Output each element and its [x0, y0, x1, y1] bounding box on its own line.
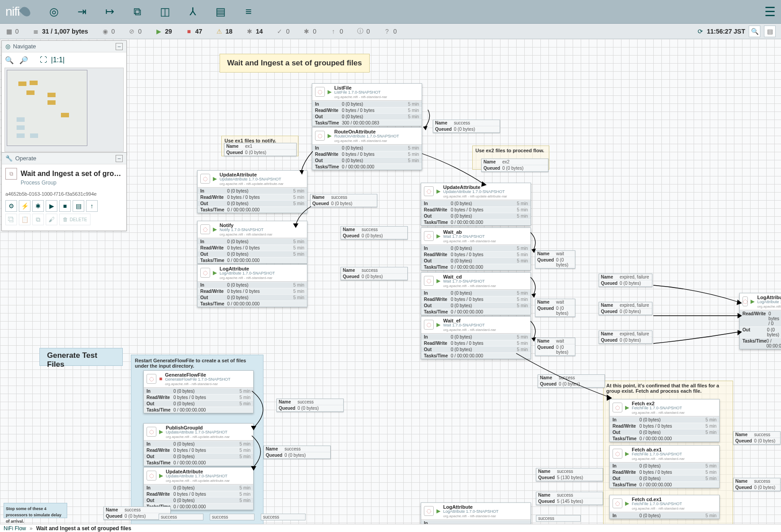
add-processor-icon[interactable]: ◎ — [47, 5, 61, 18]
processor-logattribute-3[interactable]: ◌▶LogAttributeLogAttribute 1.7.0-SNAPSHO… — [421, 502, 531, 524]
threads-icon: ▦ — [5, 28, 13, 35]
processor-wait-cd[interactable]: ◌▶Wait_cdWait 1.7.0-SNAPSHOTorg.apache.n… — [421, 272, 531, 315]
processor-wait-ef[interactable]: ◌▶Wait_efWait 1.7.0-SNAPSHOTorg.apache.n… — [421, 316, 531, 359]
label-generate-test-files[interactable]: Generate Test Files — [39, 348, 123, 366]
configure-button[interactable]: ⚙ — [5, 200, 17, 212]
conn-waitab-self[interactable]: NamewaitQueued0 (0 bytes) — [535, 250, 575, 269]
transmitting-icon: ◉ — [102, 28, 109, 35]
conn-fetchex2-succ[interactable]: NamesuccessQueued0 (0 bytes) — [733, 431, 781, 445]
status-transmitting: ◉0 — [102, 28, 115, 35]
processor-logattribute-1[interactable]: ◌▶LogAttributeLogAttribute 1.7.0-SNAPSHO… — [197, 264, 307, 307]
conn-fetch-succ3[interactable]: success — [536, 515, 581, 522]
label-stop-some[interactable]: Stop some of these 4 processors to simul… — [4, 503, 67, 518]
conn-fetchab-succ[interactable]: NamesuccessQueued0 (0 bytes) — [733, 478, 781, 491]
queue-icon: ≣ — [32, 28, 39, 35]
disabled-icon: ✱ — [246, 28, 253, 35]
add-remote-group-icon[interactable]: ◫ — [159, 5, 172, 18]
disable-button[interactable]: ✱ — [32, 200, 44, 212]
conn-listfile-route[interactable]: NamesuccessQueued0 (0 bytes) — [433, 120, 500, 133]
processor-notify[interactable]: ◌▶NotifyNotify 1.7.0-SNAPSHOTorg.apache.… — [197, 221, 307, 264]
logo-text: nifi — [5, 4, 20, 19]
color-button: 🖌 — [46, 214, 57, 225]
wrench-icon: 🔧 — [5, 155, 13, 162]
breadcrumb-root[interactable]: NiFi Flow — [4, 525, 26, 532]
status-disabled: ✱14 — [246, 28, 263, 35]
enable-button[interactable]: ⚡ — [19, 200, 30, 212]
copy-button: ⿻ — [5, 214, 17, 225]
status-stopped: ■47 — [186, 28, 203, 35]
conn-waitcd-exp[interactable]: Nameexpired, failureQueued0 (0 bytes) — [599, 302, 652, 315]
stop-button[interactable]: ■ — [59, 200, 71, 212]
status-threads: ▦0 — [5, 28, 19, 35]
flow-canvas[interactable]: ◎ Navigate – 🔍 🔎 ⛶ |1:1| — [0, 39, 781, 524]
processor-publishgroupid[interactable]: ◌▶PublishGroupIdUpdateAttribute 1.7.0-SN… — [143, 423, 254, 466]
processor-fetch-cd[interactable]: ◌▶Fetch cd.ex1FetchFile 1.7.0-SNAPSHOTor… — [609, 495, 720, 519]
zoom-out-button[interactable]: 🔎 — [19, 55, 29, 65]
operate-group-type: Process Group — [21, 180, 123, 186]
navigate-collapse-button[interactable]: – — [116, 43, 123, 50]
processor-updateattribute-2[interactable]: ◌▶UpdateAttributeUpdateAttribute 1.7.0-S… — [421, 183, 531, 226]
operate-uuid: a4652b5b-0163-1000-f716-f3a5631c994e — [5, 191, 123, 197]
uptodate-icon: ✓ — [276, 28, 283, 35]
processor-updateattribute-3[interactable]: ◌▶UpdateAttributeUpdateAttribute 1.7.0-S… — [143, 467, 254, 510]
component-toolbar: ◎ ⇥ ↦ ⧉ ◫ ⅄ ▤ ≡ — [47, 5, 255, 18]
add-process-group-icon[interactable]: ⧉ — [131, 5, 144, 18]
processor-wait-ab[interactable]: ◌▶Wait_abWait 1.7.0-SNAPSHOTorg.apache.n… — [421, 227, 531, 270]
birdseye-map[interactable] — [4, 68, 124, 152]
running-icon: ▶ — [155, 28, 162, 35]
status-bar: ▦0 ≣31 / 1,007 bytes ◉0 ⊘0 ▶29 ■47 ⚠18 ✱… — [0, 24, 781, 39]
conn-notify-index[interactable]: NamesuccessQueued0 (0 bytes) — [341, 226, 408, 240]
nifi-drop-icon — [19, 5, 32, 18]
nifi-logo: nifi — [5, 4, 30, 19]
conn-succ3[interactable]: success — [210, 514, 255, 520]
processor-updateattribute-1[interactable]: ◌▶UpdateAttributeUpdateAttribute 1.7.0-S… — [197, 170, 307, 213]
label-restart-gen: Restart GenerateFlowFile to create a set… — [131, 355, 263, 371]
add-output-port-icon[interactable]: ↦ — [103, 5, 117, 18]
processor-routeonattribute[interactable]: ◌▶RouteOnAttributeRouteOnAttribute 1.7.0… — [312, 127, 422, 170]
conn-waitcd-self[interactable]: NamewaitQueued0 (0 bytes) — [535, 299, 575, 317]
zoom-actual-button[interactable]: |1:1| — [53, 55, 63, 65]
zoom-in-button[interactable]: 🔍 — [4, 55, 14, 65]
processor-fetch-ex2[interactable]: ◌▶Fetch ex2FetchFile 1.7.0-SNAPSHOTorg.a… — [609, 399, 720, 442]
bulletin-button[interactable]: ▤ — [764, 26, 776, 37]
status-queue: ≣31 / 1,007 bytes — [32, 28, 88, 35]
add-funnel-icon[interactable]: ⅄ — [186, 5, 200, 18]
conn-route-ex2[interactable]: Nameex2Queued0 (0 bytes) — [481, 159, 548, 172]
start-button[interactable]: ▶ — [46, 200, 57, 212]
add-template-icon[interactable]: ▤ — [214, 5, 228, 18]
conn-5-130[interactable]: NamesuccessQueued5 (130 bytes) — [536, 468, 603, 481]
processor-generateflowfile[interactable]: ◌■GenerateFlowFileGenerateFlowFile 1.7.0… — [143, 370, 254, 413]
conn-waitef-self[interactable]: NamewaitQueued0 (0 bytes) — [535, 338, 575, 356]
zoom-fit-button[interactable]: ⛶ — [39, 55, 48, 65]
label-wait-ingest[interactable]: Wait and Ingest a set of grouped files — [220, 54, 370, 73]
breadcrumb-current: Wait and Ingest a set of grouped files — [36, 525, 131, 532]
operate-title: Operate — [15, 155, 36, 162]
conn-succ4[interactable]: success — [261, 514, 306, 520]
add-label-icon[interactable]: ≡ — [242, 5, 255, 18]
conn-5-145[interactable]: NamesuccessQueued5 (145 bytes) — [536, 492, 603, 505]
operate-collapse-button[interactable]: – — [116, 155, 123, 162]
operate-group-name: Wait and Ingest a set of grouped … — [21, 170, 123, 178]
conn-waitef-succ[interactable]: NamesuccessQueued0 (0 bytes) — [538, 374, 605, 388]
conn-gen-pub[interactable]: NamesuccessQueued0 (0 bytes) — [276, 399, 344, 412]
conn-route-ex1[interactable]: Nameex1Queued0 (0 bytes) — [224, 143, 297, 156]
processor-fetch-ab[interactable]: ◌▶Fetch ab.ex1FetchFile 1.7.0-SNAPSHOTor… — [609, 445, 720, 488]
conn-pub-upd3[interactable]: NamesuccessQueued0 (0 bytes) — [263, 446, 331, 459]
conn-waitab-exp[interactable]: Nameexpired, failureQueued0 (0 bytes) — [599, 274, 652, 287]
add-input-port-icon[interactable]: ⇥ — [75, 5, 89, 18]
conn-succ2[interactable]: success — [159, 514, 203, 520]
global-menu-icon[interactable]: ☰ — [764, 4, 776, 19]
refresh-icon[interactable]: ⟳ — [698, 28, 703, 35]
svg-marker-0 — [423, 126, 427, 130]
upload-template-button[interactable]: ↑ — [86, 200, 98, 212]
breadcrumb: NiFi Flow » Wait and Ingest a set of gro… — [0, 524, 781, 532]
processor-listfile[interactable]: ◌▶ListFileListFile 1.7.0-SNAPSHOTorg.apa… — [312, 83, 422, 126]
search-button[interactable]: 🔍 — [749, 26, 760, 37]
processor-logattribute-2[interactable]: ◌▶LogAttributeLogAttribute 1org.apache.n… — [739, 293, 781, 349]
unknown-icon: ? — [384, 28, 391, 35]
conn-notify-log[interactable]: NamesuccessQueued0 (0 bytes) — [341, 267, 408, 280]
conn-upd1-notify[interactable]: NamesuccessQueued0 (0 bytes) — [310, 194, 377, 207]
template-button[interactable]: ▤ — [73, 200, 84, 212]
conn-waitef-exp[interactable]: Nameexpired, failureQueued0 (0 bytes) — [599, 330, 652, 344]
label-stop-some-text: Stop some of these 4 processors to simul… — [6, 506, 61, 523]
